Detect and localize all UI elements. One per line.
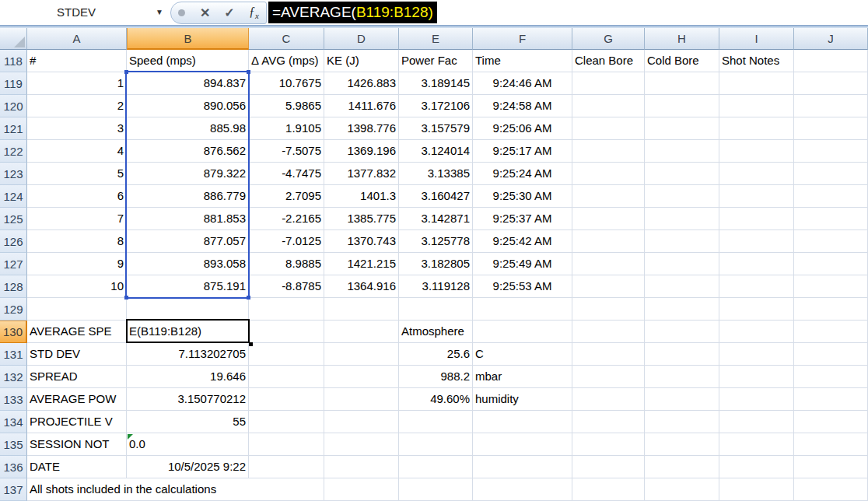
cell-I118[interactable]: Shot Notes [719, 50, 794, 72]
formula-input[interactable]: =AVERAGE( B119:B128 ) [268, 2, 437, 23]
cell-E130[interactable]: Atmosphere [399, 321, 473, 343]
cell-I122[interactable] [719, 140, 794, 163]
row-header-121[interactable]: 121 [0, 117, 27, 140]
cell-E125[interactable]: 3.142871 [399, 208, 473, 230]
cell-E129[interactable] [399, 298, 473, 321]
cell-D129[interactable] [324, 298, 399, 321]
cell-H136[interactable] [645, 456, 719, 478]
cell-A129[interactable] [27, 298, 127, 321]
cell-D127[interactable]: 1421.215 [324, 253, 399, 275]
cell-J125[interactable] [794, 208, 868, 230]
cell-C136[interactable] [249, 456, 324, 478]
cell-D131[interactable] [324, 343, 399, 366]
cell-C125[interactable]: -2.2165 [249, 208, 324, 230]
cell-C120[interactable]: 5.9865 [249, 95, 324, 117]
cell-F136[interactable] [473, 456, 572, 478]
cell-H126[interactable] [645, 230, 719, 253]
cell-E126[interactable]: 3.125778 [399, 230, 473, 253]
enter-icon[interactable]: ✓ [217, 5, 241, 20]
cell-J123[interactable] [794, 163, 868, 185]
cell-D135[interactable] [324, 433, 399, 456]
cell-G125[interactable] [572, 208, 645, 230]
cell-H128[interactable] [645, 275, 719, 298]
cell-I120[interactable] [719, 95, 794, 117]
cell-A118[interactable]: # [27, 50, 127, 72]
cell-E121[interactable]: 3.157579 [399, 117, 473, 140]
cell-I132[interactable] [719, 366, 794, 388]
cell-E118[interactable]: Power Fac [399, 50, 473, 72]
cell-A133[interactable]: AVERAGE POW [27, 388, 127, 411]
cell-F127[interactable]: 9:25:49 AM [473, 253, 572, 275]
cell-B127[interactable]: 893.058 [127, 253, 249, 275]
name-box[interactable]: STDEV [0, 0, 152, 24]
cell-C131[interactable] [249, 343, 324, 366]
cell-C134[interactable] [249, 411, 324, 433]
name-box-dropdown-icon[interactable]: ▼ [152, 6, 166, 19]
cell-A137[interactable]: All shots included in the calculations [27, 478, 324, 501]
cell-B135[interactable]: 0.0 [127, 433, 249, 456]
cell-F119[interactable]: 9:24:46 AM [473, 72, 572, 95]
cell-F124[interactable]: 9:25:30 AM [473, 185, 572, 208]
cell-A120[interactable]: 2 [27, 95, 127, 117]
cell-D124[interactable]: 1401.3 [324, 185, 399, 208]
cell-D118[interactable]: KE (J) [324, 50, 399, 72]
cell-J129[interactable] [794, 298, 868, 321]
cell-A119[interactable]: 1 [27, 72, 127, 95]
cell-G136[interactable] [572, 456, 645, 478]
cell-J133[interactable] [794, 388, 868, 411]
cell-B119[interactable]: 894.837 [127, 72, 249, 95]
cell-E122[interactable]: 3.124014 [399, 140, 473, 163]
cancel-icon[interactable]: ✕ [193, 5, 217, 20]
cell-F120[interactable]: 9:24:58 AM [473, 95, 572, 117]
row-header-124[interactable]: 124 [0, 185, 27, 208]
cell-J128[interactable] [794, 275, 868, 298]
cell-E124[interactable]: 3.160427 [399, 185, 473, 208]
row-header-127[interactable]: 127 [0, 253, 27, 275]
cell-I133[interactable] [719, 388, 794, 411]
cell-D133[interactable] [324, 388, 399, 411]
cell-D122[interactable]: 1369.196 [324, 140, 399, 163]
cell-A126[interactable]: 8 [27, 230, 127, 253]
cell-J134[interactable] [794, 411, 868, 433]
cell-J119[interactable] [794, 72, 868, 95]
cell-J127[interactable] [794, 253, 868, 275]
cell-E128[interactable]: 3.119128 [399, 275, 473, 298]
cell-G120[interactable] [572, 95, 645, 117]
cell-G134[interactable] [572, 411, 645, 433]
row-header-129[interactable]: 129 [0, 298, 27, 321]
cell-I130[interactable] [719, 321, 794, 343]
cell-I125[interactable] [719, 208, 794, 230]
cell-G135[interactable] [572, 433, 645, 456]
cell-F123[interactable]: 9:25:24 AM [473, 163, 572, 185]
cell-H127[interactable] [645, 253, 719, 275]
cell-A132[interactable]: SPREAD [27, 366, 127, 388]
cell-E120[interactable]: 3.172106 [399, 95, 473, 117]
cell-D120[interactable]: 1411.676 [324, 95, 399, 117]
cell-H137[interactable] [645, 478, 719, 501]
cell-J132[interactable] [794, 366, 868, 388]
cell-E135[interactable] [399, 433, 473, 456]
cell-I137[interactable] [719, 478, 794, 501]
cell-A130[interactable]: AVERAGE SPE [27, 321, 127, 343]
cell-E136[interactable] [399, 456, 473, 478]
cell-H133[interactable] [645, 388, 719, 411]
cell-B132[interactable]: 19.646 [127, 366, 249, 388]
cell-F118[interactable]: Time [473, 50, 572, 72]
cell-D119[interactable]: 1426.883 [324, 72, 399, 95]
cell-B131[interactable]: 7.113202705 [127, 343, 249, 366]
cell-I136[interactable] [719, 456, 794, 478]
cell-D126[interactable]: 1370.743 [324, 230, 399, 253]
row-header-119[interactable]: 119 [0, 72, 27, 95]
cell-B118[interactable]: Speed (mps) [127, 50, 249, 72]
cell-I127[interactable] [719, 253, 794, 275]
row-header-131[interactable]: 131 [0, 343, 27, 366]
cell-A123[interactable]: 5 [27, 163, 127, 185]
cell-C132[interactable] [249, 366, 324, 388]
row-header-122[interactable]: 122 [0, 140, 27, 163]
row-header-120[interactable]: 120 [0, 95, 27, 117]
cell-G122[interactable] [572, 140, 645, 163]
cell-G130[interactable] [572, 321, 645, 343]
cell-F130[interactable] [473, 321, 572, 343]
column-header-A[interactable]: A [27, 28, 127, 50]
row-header-123[interactable]: 123 [0, 163, 27, 185]
